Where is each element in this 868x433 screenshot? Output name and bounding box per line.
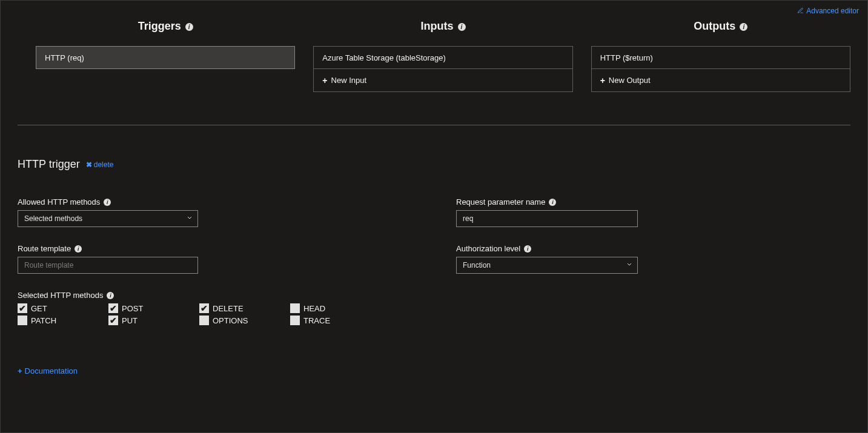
method-label: OPTIONS (213, 316, 248, 325)
info-icon: i (524, 245, 531, 253)
auth-level-label: Authorization level i (456, 244, 662, 253)
detail-title: HTTP trigger (18, 158, 80, 171)
info-icon: i (458, 23, 466, 31)
method-label: GET (31, 304, 47, 313)
checkbox-icon: ✔ (290, 303, 300, 313)
output-item[interactable]: HTTP ($return) (591, 46, 850, 69)
method-label: PATCH (31, 316, 56, 325)
trigger-item-label: HTTP (req) (45, 53, 84, 62)
plus-icon: + (18, 366, 22, 375)
input-item-label: Azure Table Storage (tableStorage) (322, 53, 446, 62)
add-input-label: New Input (331, 76, 367, 85)
checkbox-icon: ✔ (199, 316, 209, 325)
method-checkbox-put[interactable]: ✔PUT (108, 316, 199, 325)
plus-icon: + (322, 76, 327, 85)
method-label: DELETE (213, 304, 244, 313)
method-checkbox-options[interactable]: ✔OPTIONS (199, 316, 290, 325)
divider (18, 125, 850, 125)
auth-level-select[interactable]: Function (456, 257, 638, 274)
add-output-button[interactable]: + New Output (591, 69, 850, 92)
outputs-heading: Outputs i (591, 20, 850, 33)
request-param-input[interactable] (456, 210, 638, 227)
checkbox-icon: ✔ (18, 303, 27, 313)
inputs-heading: Inputs i (313, 20, 572, 33)
method-label: POST (122, 304, 143, 313)
triggers-heading: Triggers i (36, 20, 295, 33)
method-checkbox-post[interactable]: ✔POST (108, 303, 199, 313)
checkbox-icon: ✔ (18, 316, 27, 325)
method-checkbox-head[interactable]: ✔HEAD (290, 303, 381, 313)
method-checkbox-get[interactable]: ✔GET (18, 303, 108, 313)
method-checkbox-delete[interactable]: ✔DELETE (199, 303, 290, 313)
method-checkbox-patch[interactable]: ✔PATCH (18, 316, 108, 325)
output-item-label: HTTP ($return) (600, 53, 653, 62)
trigger-item[interactable]: HTTP (req) (36, 46, 295, 69)
add-output-label: New Output (609, 76, 651, 85)
route-template-label: Route template i (18, 244, 393, 253)
checkbox-icon: ✔ (199, 303, 209, 313)
method-label: HEAD (303, 304, 325, 313)
info-icon: i (104, 199, 111, 206)
info-icon: i (75, 245, 82, 253)
input-item[interactable]: Azure Table Storage (tableStorage) (313, 46, 572, 69)
method-checkbox-trace[interactable]: ✔TRACE (290, 316, 381, 325)
checkbox-icon: ✔ (108, 316, 118, 325)
checkbox-icon: ✔ (290, 316, 300, 325)
info-icon: i (740, 23, 747, 31)
delete-link[interactable]: ✖ delete (86, 160, 114, 169)
add-input-button[interactable]: + New Input (313, 69, 572, 92)
checkbox-icon: ✔ (108, 303, 118, 313)
edit-icon (797, 7, 805, 15)
allowed-methods-select[interactable]: Selected methods (18, 210, 198, 227)
advanced-editor-link[interactable]: Advanced editor (797, 7, 859, 15)
method-label: TRACE (303, 316, 330, 325)
request-param-label: Request parameter name i (456, 197, 662, 207)
delete-label: delete (94, 160, 114, 169)
documentation-label: Documentation (25, 366, 78, 375)
advanced-editor-label: Advanced editor (806, 7, 859, 15)
close-icon: ✖ (86, 160, 92, 169)
method-label: PUT (122, 316, 137, 325)
documentation-link[interactable]: + Documentation (18, 366, 78, 375)
info-icon: i (185, 23, 193, 31)
allowed-methods-label: Allowed HTTP methods i (18, 197, 393, 207)
info-icon: i (549, 199, 556, 206)
selected-methods-label: Selected HTTP methods i (18, 291, 393, 300)
route-template-input[interactable] (18, 257, 198, 274)
plus-icon: + (600, 76, 605, 85)
info-icon: i (107, 292, 114, 299)
